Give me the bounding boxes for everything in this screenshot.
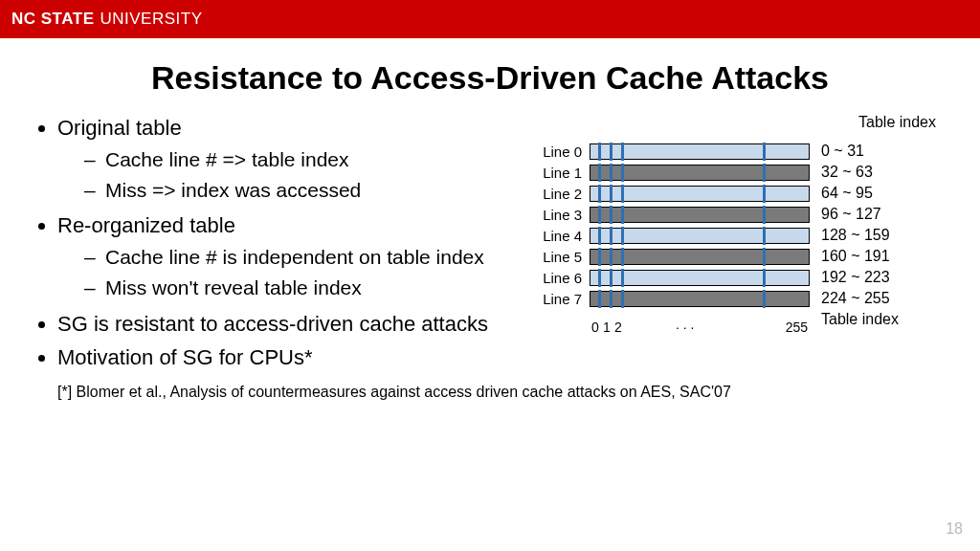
column-marker xyxy=(621,206,624,224)
column-marker xyxy=(763,248,766,266)
line-label: Line 2 xyxy=(536,186,590,202)
line-label: Line 4 xyxy=(536,228,590,244)
column-marker xyxy=(610,206,612,224)
column-marker xyxy=(610,164,612,182)
index-range: 64 ~ 95 xyxy=(810,185,873,202)
column-marker xyxy=(763,206,766,224)
cache-line-row: Line 264 ~ 95 xyxy=(536,183,957,204)
bullet-reorganized-table: Re-organized table Cache line # is indep… xyxy=(57,211,526,301)
column-marker xyxy=(763,269,766,287)
column-marker xyxy=(610,185,612,203)
bullet-list: Original table Cache line # => table ind… xyxy=(38,114,536,378)
figure-area: Table index Line 00 ~ 31Line 132 ~ 63Lin… xyxy=(536,114,957,378)
column-marker xyxy=(621,248,624,266)
cache-line-row: Line 00 ~ 31 xyxy=(536,141,957,162)
sub-bullet: Miss => index was accessed xyxy=(84,177,526,204)
cache-line-row: Line 6192 ~ 223 xyxy=(536,267,957,288)
cache-line-row: Line 396 ~ 127 xyxy=(536,204,957,225)
sub-bullet: Cache line # is independent on table ind… xyxy=(84,244,526,271)
column-marker xyxy=(598,248,601,266)
cache-line-bar xyxy=(590,228,810,244)
sub-bullet: Cache line # => table index xyxy=(84,146,526,173)
column-marker xyxy=(610,227,612,245)
brand-bold: NC STATE xyxy=(11,10,94,29)
index-range: 128 ~ 159 xyxy=(810,227,890,244)
sub-bullet: Miss won't reveal table index xyxy=(84,275,526,301)
cache-line-bar xyxy=(590,143,810,160)
cache-line-row: Line 132 ~ 63 xyxy=(536,162,957,183)
cache-line-row: Line 4128 ~ 159 xyxy=(536,225,957,246)
bullet-sg-resistant: SG is resistant to access-driven cache a… xyxy=(57,310,526,339)
tick-dots: · · · xyxy=(676,320,694,335)
column-marker xyxy=(621,290,624,308)
header-bar: NC STATE UNIVERSITY xyxy=(0,0,980,38)
tick-0: 0 xyxy=(591,320,599,335)
column-marker xyxy=(598,227,601,245)
tick-255: 255 xyxy=(786,320,808,335)
x-axis-label: Table index xyxy=(810,311,899,328)
column-marker xyxy=(763,290,766,308)
tick-2: 2 xyxy=(614,320,622,335)
column-marker xyxy=(621,269,624,287)
cache-line-bar xyxy=(590,186,810,202)
slide-title: Resistance to Access-Driven Cache Attack… xyxy=(0,59,980,97)
x-axis: 0 1 2 · · · 255 Table index xyxy=(536,309,957,330)
brand-light: UNIVERSITY xyxy=(100,10,202,29)
line-label: Line 0 xyxy=(536,143,590,160)
bullet-original-table: Original table Cache line # => table ind… xyxy=(57,114,526,204)
column-marker xyxy=(621,185,624,203)
line-label: Line 3 xyxy=(536,207,590,223)
column-marker xyxy=(598,206,601,224)
column-marker xyxy=(610,269,612,287)
column-marker xyxy=(763,185,766,203)
cache-line-bar xyxy=(590,249,810,265)
index-range: 0 ~ 31 xyxy=(810,143,864,160)
cache-line-row: Line 5160 ~ 191 xyxy=(536,246,957,267)
tick-1: 1 xyxy=(603,320,611,335)
column-marker xyxy=(598,164,601,182)
column-marker xyxy=(763,164,766,182)
cache-line-bar xyxy=(590,207,810,223)
index-range: 160 ~ 191 xyxy=(810,248,890,265)
column-marker xyxy=(610,143,612,161)
cache-line-bar xyxy=(590,165,810,181)
index-range: 224 ~ 255 xyxy=(810,290,890,307)
column-marker xyxy=(621,227,624,245)
column-marker xyxy=(621,164,624,182)
cache-line-bar xyxy=(590,270,810,286)
column-marker xyxy=(763,227,766,245)
line-label: Line 5 xyxy=(536,249,590,265)
column-marker xyxy=(610,290,612,308)
column-marker xyxy=(763,143,766,161)
line-label: Line 6 xyxy=(536,270,590,286)
index-range: 96 ~ 127 xyxy=(810,206,881,223)
column-marker xyxy=(598,290,601,308)
line-label: Line 1 xyxy=(536,165,590,181)
index-range: 192 ~ 223 xyxy=(810,269,890,286)
footnote: [*] Blomer et al., Analysis of counterme… xyxy=(0,378,980,401)
cache-line-bar xyxy=(590,291,810,307)
column-marker xyxy=(598,269,601,287)
bullet-text: Original table xyxy=(57,116,182,140)
cache-line-figure: Line 00 ~ 31Line 132 ~ 63Line 264 ~ 95Li… xyxy=(536,141,957,309)
column-marker xyxy=(621,143,624,161)
line-label: Line 7 xyxy=(536,291,590,307)
cache-line-row: Line 7224 ~ 255 xyxy=(536,288,957,309)
bullet-motivation: Motivation of SG for CPUs* xyxy=(57,343,526,372)
index-range: 32 ~ 63 xyxy=(810,164,873,181)
column-marker xyxy=(610,248,612,266)
page-number: 18 xyxy=(946,520,963,538)
column-marker xyxy=(598,185,601,203)
column-marker xyxy=(598,143,601,161)
bullet-text: Re-organized table xyxy=(57,213,235,237)
table-index-label-top: Table index xyxy=(858,114,936,131)
content-area: Original table Cache line # => table ind… xyxy=(0,114,980,378)
